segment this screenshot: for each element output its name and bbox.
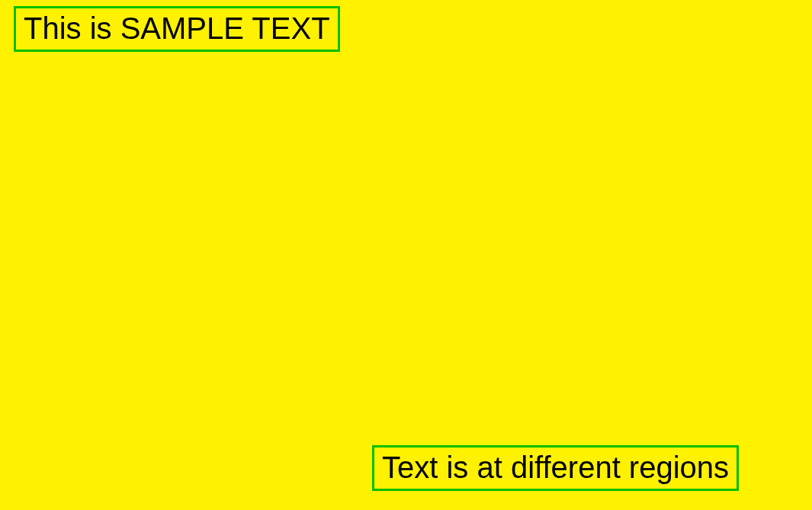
sample-text-box-top-left: This is SAMPLE TEXT — [14, 6, 340, 52]
sample-text-top-left: This is SAMPLE TEXT — [24, 11, 330, 45]
sample-text-box-bottom-right: Text is at different regions — [372, 445, 739, 491]
sample-text-bottom-right: Text is at different regions — [382, 451, 729, 484]
